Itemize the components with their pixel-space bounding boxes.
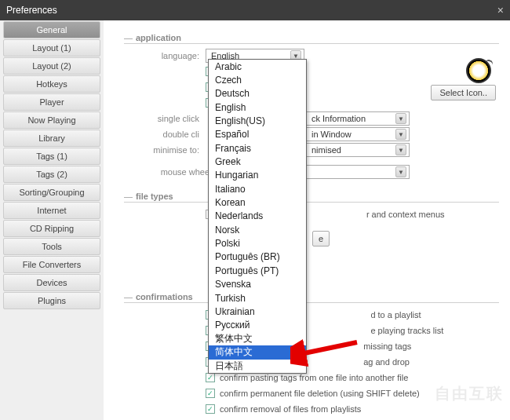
lang-option-19[interactable]: Русский — [209, 319, 306, 332]
sidebar: GeneralLayout (1)Layout (2)HotkeysPlayer… — [0, 20, 104, 420]
content-panel: Select Icon.. application language: Engl… — [104, 20, 510, 420]
section-confirmations: confirmations — [124, 292, 499, 303]
lang-option-6[interactable]: Français — [209, 141, 306, 155]
lang-option-7[interactable]: Greek — [209, 155, 306, 168]
lang-option-0[interactable]: Arabic — [209, 60, 306, 73]
filetype-e-button[interactable]: e — [312, 231, 330, 247]
sidebar-item-tags-1-[interactable]: Tags (1) — [3, 148, 100, 165]
confirm-4-label: confirm pasting tags from one file into … — [220, 373, 408, 382]
mouse-wheel-label: mouse wheel s — [124, 167, 218, 177]
confirm-6-label: confirm removal of files from playlists — [220, 404, 361, 414]
chevron-down-icon: ▼ — [395, 113, 406, 124]
sidebar-item-plugins[interactable]: Plugins — [3, 292, 100, 309]
close-icon[interactable]: × — [497, 4, 504, 16]
lang-option-9[interactable]: Italiano — [209, 182, 306, 195]
sidebar-item-library[interactable]: Library — [3, 130, 100, 147]
single-click-combo[interactable]: ck Information▼ — [306, 111, 410, 126]
single-click-label: single click — [124, 114, 199, 123]
mouse-wheel-combo[interactable]: ▼ — [306, 165, 410, 179]
sidebar-item-cd-ripping[interactable]: CD Ripping — [3, 220, 100, 237]
sidebar-item-tags-2-[interactable]: Tags (2) — [3, 166, 100, 183]
sidebar-item-tools[interactable]: Tools — [3, 238, 100, 255]
lang-option-13[interactable]: Polski — [209, 236, 306, 250]
lang-option-18[interactable]: Ukrainian — [209, 305, 306, 318]
chevron-down-icon: ▼ — [395, 144, 406, 155]
confirm-5-label: confirm permanent file deletion (using S… — [220, 389, 420, 398]
minimise-combo[interactable]: nimised▼ — [306, 143, 410, 157]
double-click-combo[interactable]: in Window▼ — [306, 127, 410, 141]
sidebar-item-sorting-grouping[interactable]: Sorting/Grouping — [3, 184, 100, 201]
language-dropdown[interactable]: ArabicCzechDeutschEnglishEnglish(US)Espa… — [208, 59, 307, 374]
confirm-5-checkbox[interactable]: ✓ — [206, 389, 215, 398]
lang-option-14[interactable]: Português (BR) — [209, 250, 306, 264]
titlebar: Preferences × — [0, 0, 510, 20]
confirm-4-checkbox[interactable]: ✓ — [206, 373, 215, 382]
lang-option-11[interactable]: Nederlands — [209, 210, 306, 223]
sidebar-item-now-playing[interactable]: Now Playing — [3, 111, 100, 129]
lang-option-17[interactable]: Turkish — [209, 291, 306, 305]
sidebar-item-layout-2-[interactable]: Layout (2) — [3, 57, 100, 75]
sidebar-item-devices[interactable]: Devices — [3, 274, 100, 291]
section-application: application — [124, 33, 499, 44]
app-logo-icon — [466, 58, 491, 83]
lang-option-21[interactable]: 简体中文 — [209, 345, 306, 359]
sidebar-item-file-converters[interactable]: File Converters — [3, 256, 100, 273]
confirm-6-checkbox[interactable]: ✓ — [206, 404, 215, 414]
lang-option-22[interactable]: 日本語 — [209, 360, 306, 373]
lang-option-1[interactable]: Czech — [209, 73, 306, 86]
sidebar-item-general[interactable]: General — [3, 21, 100, 38]
lang-option-10[interactable]: Korean — [209, 195, 306, 209]
language-label: language: — [124, 51, 199, 60]
sidebar-item-layout-1-[interactable]: Layout (1) — [3, 39, 100, 57]
lang-option-5[interactable]: Español — [209, 128, 306, 141]
select-icon-button[interactable]: Select Icon.. — [431, 85, 496, 100]
sidebar-item-hotkeys[interactable]: Hotkeys — [3, 75, 100, 93]
section-filetypes: file types — [124, 192, 499, 203]
enable-context-suffix: r and context menus — [366, 210, 445, 219]
lang-option-8[interactable]: Hungarian — [209, 169, 306, 182]
lang-option-2[interactable]: Deutsch — [209, 87, 306, 100]
lang-option-4[interactable]: English(US) — [209, 114, 306, 127]
lang-option-20[interactable]: 繁体中文 — [209, 332, 306, 345]
lang-option-16[interactable]: Svenska — [209, 278, 306, 291]
lang-option-15[interactable]: Português (PT) — [209, 264, 306, 277]
window-title: Preferences — [6, 5, 57, 16]
lang-option-12[interactable]: Norsk — [209, 223, 306, 236]
lang-option-3[interactable]: English — [209, 100, 306, 114]
chevron-down-icon: ▼ — [395, 166, 406, 177]
sidebar-item-internet[interactable]: Internet — [3, 202, 100, 219]
double-click-label: double cli — [124, 130, 199, 139]
minimise-label: minimise to: — [124, 145, 199, 155]
chevron-down-icon: ▼ — [395, 129, 406, 140]
sidebar-item-player[interactable]: Player — [3, 93, 100, 111]
